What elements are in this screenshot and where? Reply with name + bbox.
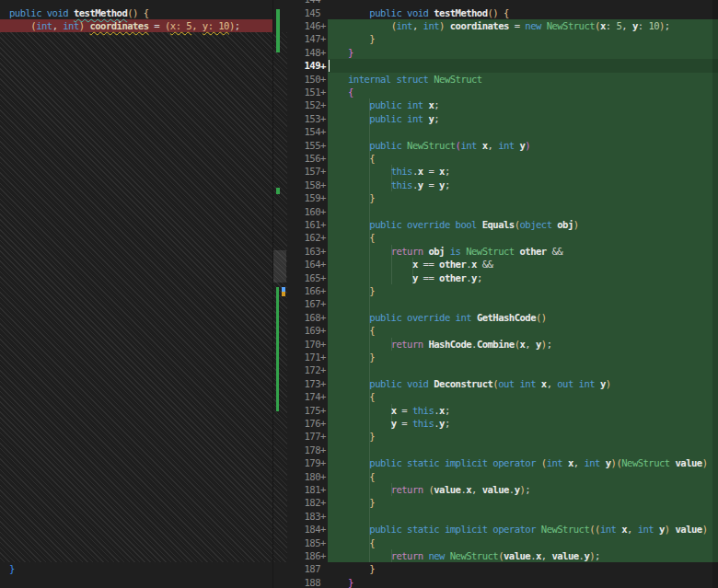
line-number-173[interactable]: 173+ — [287, 377, 328, 390]
code-line-185[interactable]: { — [348, 536, 375, 549]
line-number-187[interactable]: 187 — [287, 562, 328, 575]
line-number-176[interactable]: 176+ — [287, 417, 328, 430]
added-mark-large — [276, 287, 279, 411]
line-number-147[interactable]: 147+ — [287, 32, 328, 45]
code-line-171[interactable]: } — [348, 351, 375, 363]
line-number-146[interactable]: 146+ — [287, 19, 328, 32]
code-line-152[interactable]: public int x; — [348, 98, 439, 111]
code-line-145[interactable]: public void testMethod() { — [9, 6, 149, 19]
token: void — [407, 378, 428, 389]
scrollbar-thumb[interactable] — [273, 250, 286, 282]
line-number-177[interactable]: 177+ — [287, 430, 328, 443]
line-number-169[interactable]: 169+ — [287, 324, 328, 337]
code-line-148[interactable]: } — [348, 46, 353, 59]
code-line-147[interactable]: } — [348, 32, 375, 45]
code-line-151[interactable]: { — [348, 86, 353, 98]
code-line-188[interactable]: } — [348, 576, 353, 588]
code-line-173[interactable]: public void Deconstruct(out int x, out i… — [348, 377, 611, 390]
code-line-163[interactable]: return obj is NewStruct other && — [348, 245, 562, 258]
line-number-153[interactable]: 153+ — [287, 112, 328, 125]
line-number-text: 150 — [287, 73, 320, 86]
code-line-146[interactable]: (int, int) coordinates = new NewStruct(x… — [348, 19, 670, 32]
token: = — [423, 166, 439, 177]
line-number-156[interactable]: 156+ — [287, 152, 328, 165]
code-line-180[interactable]: { — [348, 470, 375, 483]
line-number-161[interactable]: 161+ — [287, 218, 328, 231]
token: { — [369, 391, 375, 402]
code-line-165[interactable]: y == other.y; — [348, 271, 482, 284]
line-number-171[interactable]: 171+ — [287, 351, 328, 363]
overview-ruler[interactable] — [272, 0, 287, 588]
code-line-155[interactable]: public NewStruct(int x, int y) — [348, 139, 530, 152]
code-line-184[interactable]: public static implicit operator NewStruc… — [348, 523, 707, 536]
line-number-184[interactable]: 184+ — [287, 523, 328, 536]
line-number-154[interactable]: 154+ — [287, 125, 328, 138]
code-line-187[interactable]: } — [9, 562, 15, 575]
code-line-187[interactable]: } — [348, 562, 375, 575]
code-line-150[interactable]: internal struct NewStruct — [348, 73, 482, 86]
code-line-156[interactable]: { — [348, 152, 375, 165]
code-line-145[interactable]: public void testMethod() { — [348, 6, 509, 19]
line-number-178[interactable]: 178+ — [287, 444, 328, 456]
line-number-168[interactable]: 168+ — [287, 311, 328, 324]
line-number-188[interactable]: 188 — [287, 576, 328, 588]
code-line-181[interactable]: return (value.x, value.y); — [348, 483, 530, 496]
code-line-158[interactable]: this.y = y; — [348, 179, 450, 191]
line-number-186[interactable]: 186+ — [287, 549, 328, 562]
code-line-182[interactable]: } — [348, 496, 375, 509]
code-line-186[interactable]: return new NewStruct(value.x, value.y); — [348, 549, 600, 562]
code-line-170[interactable]: return HashCode.Combine(x, y); — [348, 338, 551, 351]
token: bool — [456, 219, 477, 230]
token: , — [52, 20, 64, 31]
token: public — [369, 140, 401, 151]
code-line-161[interactable]: public override bool Equals(object obj) — [348, 218, 579, 231]
line-number-151[interactable]: 151+ — [287, 86, 328, 98]
line-number-155[interactable]: 155+ — [287, 139, 328, 152]
line-number-181[interactable]: 181+ — [287, 483, 328, 496]
line-number-166[interactable]: 166+ — [287, 284, 328, 297]
code-line-176[interactable]: y = this.y; — [348, 417, 450, 430]
code-line-157[interactable]: this.x = x; — [348, 165, 450, 178]
code-line-168[interactable]: public override int GetHashCode() — [348, 311, 547, 324]
code-line-146[interactable]: (int, int) coordinates = (x: 5, y: 10); — [9, 19, 240, 32]
line-number-159[interactable]: 159+ — [287, 191, 328, 204]
line-number-174[interactable]: 174+ — [287, 390, 328, 403]
line-number-164[interactable]: 164+ — [287, 258, 328, 271]
code-line-179[interactable]: public static implicit operator (int x, … — [348, 456, 707, 469]
line-number-165[interactable]: 165+ — [287, 271, 328, 284]
line-number-180[interactable]: 180+ — [287, 470, 328, 483]
token — [348, 192, 369, 203]
code-line-159[interactable]: } — [348, 191, 375, 204]
line-number-150[interactable]: 150+ — [287, 73, 328, 86]
line-number-175[interactable]: 175+ — [287, 404, 328, 417]
line-number-162[interactable]: 162+ — [287, 231, 328, 244]
line-number-183[interactable]: 183+ — [287, 510, 328, 523]
line-number-167[interactable]: 167+ — [287, 297, 328, 310]
code-line-164[interactable]: x == other.x && — [348, 258, 492, 271]
line-number-157[interactable]: 157+ — [287, 165, 328, 178]
line-number-170[interactable]: 170+ — [287, 338, 328, 351]
line-number-160[interactable]: 160+ — [287, 205, 328, 218]
code-line-177[interactable]: } — [348, 430, 375, 443]
line-number-172[interactable]: 172+ — [287, 363, 328, 376]
code-line-166[interactable]: } — [348, 284, 375, 297]
code-line-162[interactable]: { — [348, 231, 375, 244]
code-line-175[interactable]: x = this.x; — [348, 404, 450, 417]
code-line-174[interactable]: { — [348, 390, 375, 403]
token: value — [551, 550, 578, 561]
line-number-163[interactable]: 163+ — [287, 245, 328, 258]
added-line-plus: + — [320, 496, 327, 509]
modified-code-pane[interactable]: public void testMethod() { (int, int) co… — [328, 0, 718, 588]
line-number-185[interactable]: 185+ — [287, 536, 328, 549]
line-number-149[interactable]: 149+ — [287, 59, 328, 72]
line-number-179[interactable]: 179+ — [287, 456, 328, 469]
line-number-158[interactable]: 158+ — [287, 179, 328, 191]
line-number-152[interactable]: 152+ — [287, 98, 328, 111]
code-line-169[interactable]: { — [348, 324, 375, 337]
token: int — [423, 20, 439, 31]
line-number-145[interactable]: 145 — [287, 6, 328, 19]
line-number-144[interactable]: 144 — [287, 0, 328, 6]
code-line-153[interactable]: public int y; — [348, 112, 439, 125]
line-number-148[interactable]: 148+ — [287, 46, 328, 59]
line-number-182[interactable]: 182+ — [287, 496, 328, 509]
